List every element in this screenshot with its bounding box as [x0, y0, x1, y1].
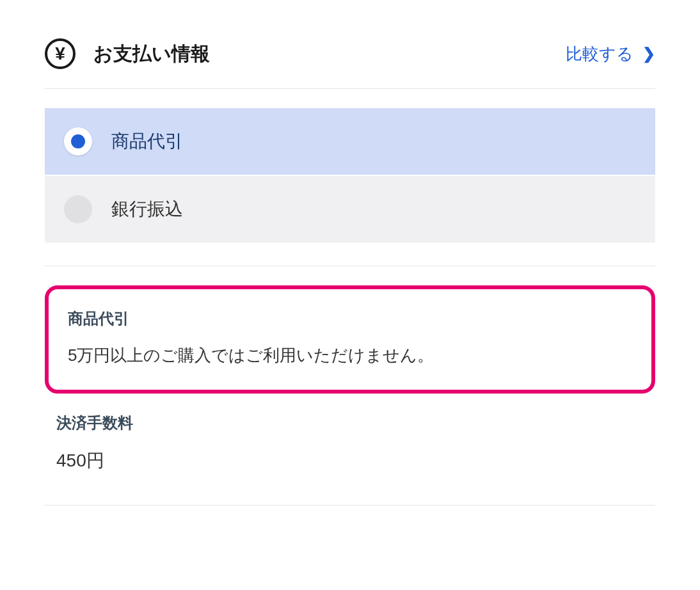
info-box-title: 商品代引	[68, 308, 632, 329]
payment-option-bank[interactable]: 銀行振込	[45, 176, 655, 243]
payment-options-list: 商品代引 銀行振込	[45, 108, 655, 243]
compare-link-label: 比較する	[566, 43, 633, 65]
fee-section: 決済手数料 450円	[45, 413, 655, 473]
payment-option-cod[interactable]: 商品代引	[45, 108, 655, 175]
radio-unselected-icon	[64, 195, 92, 223]
header-left: ¥ お支払い情報	[45, 38, 210, 69]
fee-title: 決済手数料	[56, 413, 644, 433]
bottom-divider	[45, 505, 655, 506]
payment-option-label: 銀行振込	[111, 197, 183, 221]
chevron-right-icon: ❯	[642, 45, 655, 63]
payment-info-box: 商品代引 5万円以上のご購入ではご利用いただけません。	[45, 285, 655, 394]
info-box-text: 5万円以上のご購入ではご利用いただけません。	[68, 344, 632, 367]
fee-value: 450円	[56, 449, 644, 473]
compare-link[interactable]: 比較する ❯	[566, 43, 655, 65]
payment-option-label: 商品代引	[111, 129, 183, 154]
divider	[45, 266, 655, 266]
yen-icon: ¥	[45, 38, 76, 69]
section-title: お支払い情報	[93, 41, 210, 67]
radio-inner-dot	[71, 134, 85, 148]
radio-selected-icon	[64, 127, 92, 155]
payment-header: ¥ お支払い情報 比較する ❯	[45, 38, 655, 89]
